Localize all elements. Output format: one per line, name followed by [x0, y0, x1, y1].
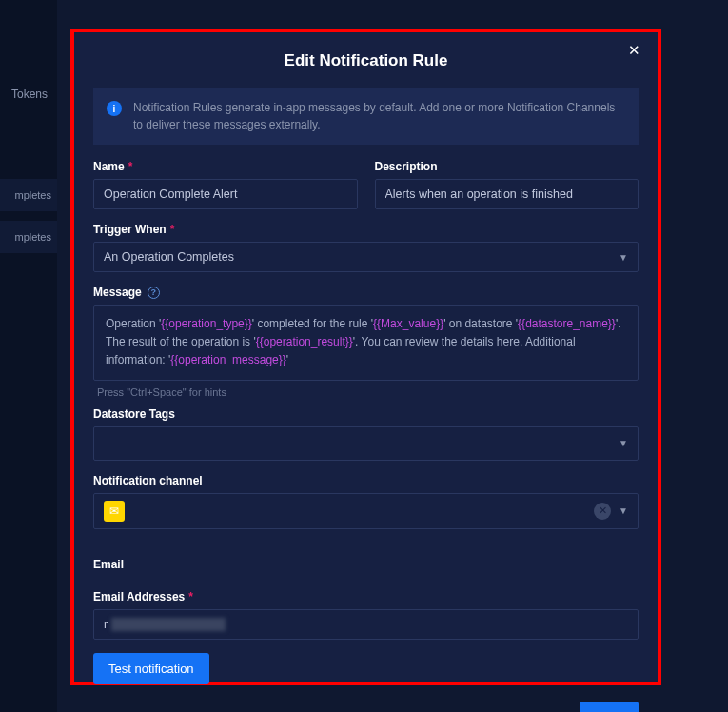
info-icon: i — [107, 101, 122, 116]
message-label: Message ? — [93, 286, 639, 299]
background-row-2: mpletes — [0, 221, 57, 253]
name-field: Name * — [93, 160, 358, 209]
msg-token-operation-result: {{operation_result}} — [256, 335, 353, 348]
name-description-row: Name * Description — [93, 160, 639, 209]
background-row-1: mpletes — [0, 179, 57, 211]
email-section-label: Email — [93, 558, 639, 571]
datastore-tags-label: Datastore Tags — [93, 407, 639, 421]
background-sidebar — [0, 0, 57, 712]
modal-body: ✕ Edit Notification Rule i Notification … — [74, 32, 658, 682]
chevron-down-icon: ▼ — [619, 505, 628, 516]
envelope-icon: ✉ — [109, 504, 119, 518]
email-label-text: Email — [93, 558, 124, 571]
modal-title: Edit Notification Rule — [93, 51, 639, 70]
datastore-tags-field: Datastore Tags ▼ — [93, 407, 639, 461]
chevron-down-icon: ▼ — [619, 252, 628, 263]
msg-txt: ' completed for the rule ' — [252, 317, 373, 330]
help-icon[interactable]: ? — [148, 287, 160, 299]
modal-footer-actions: Cancel Save — [93, 684, 639, 712]
description-field: Description — [375, 160, 639, 209]
name-label: Name * — [93, 160, 358, 173]
message-hint: Press "Ctrl+Space" for hints — [93, 386, 639, 398]
save-button[interactable]: Save — [580, 702, 639, 712]
chevron-down-icon: ▼ — [619, 438, 628, 448]
datastore-tags-label-text: Datastore Tags — [93, 407, 175, 421]
msg-token-max-value: {{Max_value}} — [373, 317, 443, 330]
email-channel-chip[interactable]: ✉ — [104, 501, 125, 522]
msg-txt: Operation ' — [106, 317, 161, 330]
required-asterisk: * — [128, 160, 133, 173]
email-addresses-label-text: Email Addresses — [93, 590, 185, 603]
description-label-text: Description — [375, 160, 438, 173]
message-field: Message ? Operation '{{operation_type}}'… — [93, 286, 639, 407]
name-label-text: Name — [93, 160, 125, 173]
msg-token-operation-message: {{operation_message}} — [170, 353, 285, 366]
info-banner-text: Notification Rules generate in-app messa… — [133, 99, 625, 133]
cancel-button[interactable]: Cancel — [503, 702, 572, 712]
modal-container: ✕ Edit Notification Rule i Notification … — [70, 29, 661, 685]
notification-channel-label-text: Notification channel — [93, 474, 203, 487]
notification-channel-field: Notification channel ✉ ✕ ▼ — [93, 474, 639, 529]
required-asterisk: * — [188, 590, 193, 603]
msg-txt: ' — [286, 353, 288, 366]
datastore-tags-select[interactable]: ▼ — [93, 426, 639, 461]
close-button[interactable]: ✕ — [623, 40, 644, 61]
test-notification-button[interactable]: Test notification — [93, 653, 209, 684]
background-tokens-label: Tokens — [11, 88, 48, 101]
trigger-when-field: Trigger When * An Operation Completes ▼ — [93, 223, 639, 272]
required-asterisk: * — [170, 223, 175, 236]
close-icon: ✕ — [599, 504, 607, 517]
trigger-when-label: Trigger When * — [93, 223, 639, 236]
message-input[interactable]: Operation '{{operation_type}}' completed… — [93, 305, 639, 381]
info-banner: i Notification Rules generate in-app mes… — [93, 88, 639, 145]
trigger-when-select[interactable]: An Operation Completes ▼ — [93, 242, 639, 272]
email-addresses-input[interactable]: rhidden — [93, 609, 639, 640]
clear-channel-button[interactable]: ✕ — [594, 503, 611, 520]
trigger-when-value: An Operation Completes — [104, 250, 234, 264]
notification-channel-label: Notification channel — [93, 474, 639, 487]
email-input-text: r — [104, 618, 108, 631]
trigger-when-label-text: Trigger When — [93, 223, 167, 236]
email-addresses-label: Email Addresses * — [93, 590, 639, 603]
channel-actions: ✕ ▼ — [594, 503, 628, 520]
close-icon: ✕ — [628, 42, 640, 59]
redacted-email: hidden — [111, 618, 226, 631]
description-input[interactable] — [375, 179, 639, 209]
notification-channel-select[interactable]: ✉ ✕ ▼ — [93, 493, 639, 529]
msg-txt: ' on datastore ' — [443, 317, 518, 330]
msg-token-operation-type: {{operation_type}} — [161, 317, 251, 330]
test-button-row: Test notification — [93, 653, 639, 684]
name-input[interactable] — [93, 179, 358, 209]
msg-token-datastore-name: {{datastore_name}} — [518, 317, 616, 330]
message-label-text: Message — [93, 286, 142, 299]
email-addresses-field: Email Addresses * rhidden — [93, 590, 639, 640]
description-label: Description — [375, 160, 639, 173]
